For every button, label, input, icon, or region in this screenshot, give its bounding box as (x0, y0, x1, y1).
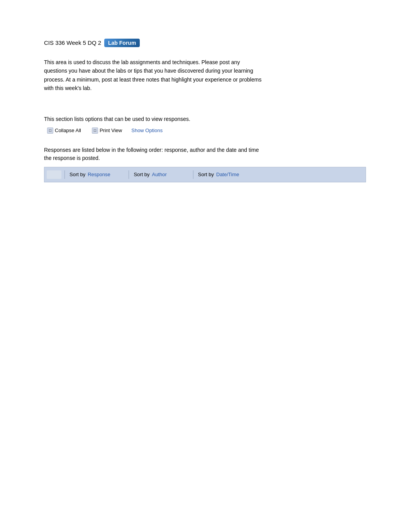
options-section: This section lists options that can be u… (44, 116, 366, 134)
separator-1 (64, 170, 65, 179)
collapse-icon: □ (47, 127, 53, 134)
print-view-label: Print View (100, 127, 122, 133)
separator-3 (193, 170, 193, 179)
sort-author-link[interactable]: Author (152, 172, 167, 177)
page-title: CIS 336 Week 5 DQ 2 Lab Forum (44, 39, 366, 47)
sort-datetime-section: Sort by Date/Time (194, 171, 366, 178)
separator-2 (129, 170, 129, 179)
sort-bar: Sort by Response Sort by Author Sort by … (44, 167, 366, 182)
show-options-label: Show Options (131, 127, 163, 133)
print-view-button[interactable]: □ Print View (89, 127, 125, 134)
forum-description: This area is used to discuss the lab ass… (44, 58, 264, 93)
forum-badge: Lab Forum (104, 39, 140, 47)
options-info-text: This section lists options that can be u… (44, 116, 366, 122)
sort-author-section: Sort by Author (130, 171, 192, 178)
avatar-placeholder (47, 170, 61, 179)
print-icon: □ (92, 127, 98, 134)
sort-datetime-label: Sort by (198, 172, 214, 177)
sort-response-label: Sort by (69, 172, 85, 177)
sort-response-section: Sort by Response (66, 171, 128, 178)
responses-section: Responses are listed below in the follow… (44, 146, 366, 182)
sort-response-link[interactable]: Response (88, 172, 110, 177)
title-text: CIS 336 Week 5 DQ 2 (44, 39, 101, 46)
collapse-all-label: Collapse All (55, 127, 81, 133)
responses-info-text: Responses are listed below in the follow… (44, 146, 264, 162)
sort-author-label: Sort by (134, 172, 149, 177)
collapse-all-button[interactable]: □ Collapse All (44, 127, 84, 134)
show-options-button[interactable]: Show Options (131, 127, 163, 133)
sort-datetime-link[interactable]: Date/Time (216, 172, 239, 177)
